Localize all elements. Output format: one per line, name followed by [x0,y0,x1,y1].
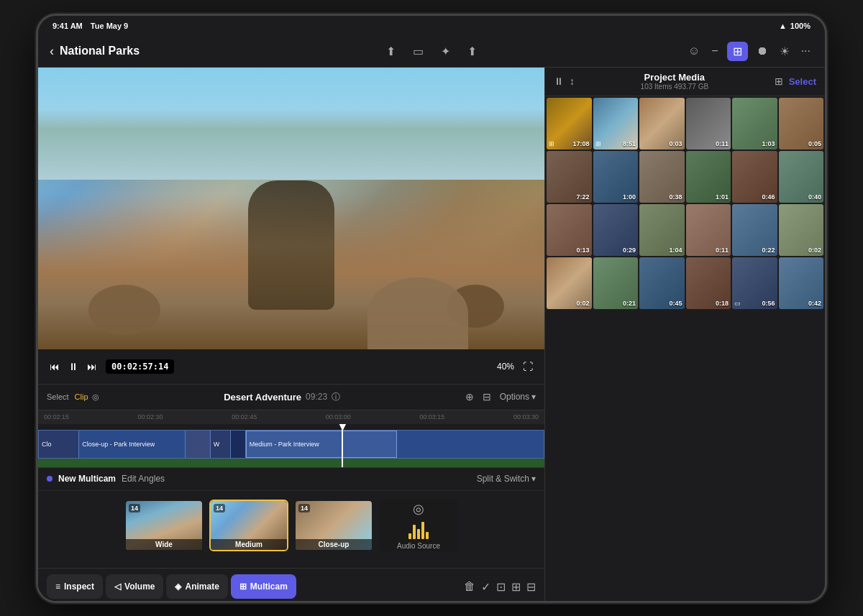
emoji-icon[interactable]: ☺ [685,42,703,60]
volume-button[interactable]: ◁ Volume [106,574,163,599]
grid-item-16[interactable]: 0:22 [732,204,777,256]
audio-track [38,459,544,467]
multicam-icon: ⊞ [239,581,247,592]
record-icon[interactable]: ⏺ [754,42,771,60]
more-icon[interactable]: ··· [798,42,813,60]
cam-thumb-closeup[interactable]: 14 Close-up [294,500,373,551]
main-video-track[interactable]: Clo Close-up - Park Interview W [38,430,544,459]
grid-item-icon-1: ⊞ [595,140,601,147]
info-button[interactable]: ⓘ [332,391,340,403]
volume-icon: ◁ [114,581,121,592]
cam-thumb-wide[interactable]: 14 Wide [124,500,204,551]
grid-item-7[interactable]: 1:00 [593,151,639,203]
play-pause-button[interactable]: ⏸ [68,361,78,372]
audio-source-thumb[interactable]: ◎ Audio Source [379,500,458,551]
boulder-left [88,285,160,335]
camera-icon[interactable]: ▭ [410,42,426,61]
grid-item-9[interactable]: 1:01 [686,151,731,203]
grid-item-duration-10: 0:46 [762,193,775,201]
media-header-left: ⏸ ↕ [554,75,575,87]
animate-icon: ◈ [175,581,181,592]
grid-item-8[interactable]: 0:38 [639,151,685,203]
clip-label-5: Medium - Park Interview [250,441,319,448]
edit-angles-button[interactable]: Edit Angles [122,474,165,484]
grid-item-1[interactable]: ⊞ 8:51 [593,98,639,150]
paste-button[interactable]: ⊟ [526,580,536,594]
minus-icon[interactable]: − [708,42,721,60]
timeline-header: Select Clip ◎ Desert Adventure 09:23 ⓘ ⊕… [38,384,544,410]
audio-bars [408,520,429,539]
back-button[interactable]: ‹ [50,44,54,59]
grid-view-icon[interactable]: ⊞ [775,75,783,87]
cam-closeup-label: Close-up [296,539,372,550]
ruler-mark-5: 00:03:30 [513,413,539,420]
multicam-dot-icon [47,476,52,482]
media-select-button[interactable]: Select [789,76,816,87]
grid-item-21[interactable]: 0:18 [686,257,731,309]
grid-item-17[interactable]: 0:02 [779,204,824,256]
rewind-button[interactable]: ⏮ [50,361,60,372]
grid-item-14[interactable]: 1:04 [639,204,685,256]
multicam-edit-icon[interactable]: ⊕ [465,391,474,403]
grid-item-12[interactable]: 0:13 [547,204,592,256]
grid-item-3[interactable]: 0:11 [686,98,731,150]
copy-button[interactable]: ⊞ [511,580,521,594]
timeline-tracks[interactable]: Clo Close-up - Park Interview W [38,424,544,467]
grid-item-23[interactable]: 0:42 [779,257,824,309]
video-preview [38,68,544,349]
timeline-section: Select Clip ◎ Desert Adventure 09:23 ⓘ ⊕… [38,384,544,467]
options-button[interactable]: Options ▾ [500,392,536,402]
brightness-icon[interactable]: ☀ [777,42,793,61]
grid-item-11[interactable]: 0:40 [779,151,824,203]
grid-item-6[interactable]: 7:22 [547,151,592,203]
track-clip-1[interactable]: Close-up - Park Interview [79,431,185,458]
fast-forward-button[interactable]: ⏭ [87,361,97,372]
grid-item-duration-0: 17:08 [572,140,589,147]
grid-item-20[interactable]: 0:45 [639,257,685,309]
grid-item-0[interactable]: ⊞ 17:08 [547,98,592,150]
fullscreen-button[interactable]: ⛶ [523,361,533,372]
media-pause-icon[interactable]: ⏸ [554,75,564,87]
split-switch-button[interactable]: Split & Switch ▾ [477,474,536,484]
grid-item-4[interactable]: 1:03 [732,98,777,150]
check-button[interactable]: ✓ [481,580,490,594]
status-right: ▲ 100% [779,22,811,30]
track-clip-4[interactable] [231,431,246,458]
grid-item-5[interactable]: 0:05 [779,98,824,150]
share-icon[interactable]: ⬆ [383,42,398,61]
photo-library-icon[interactable]: ⊞ [727,42,748,61]
split-button[interactable]: ⊡ [496,580,506,594]
track-clip-3[interactable]: W [211,431,231,458]
multicam-button[interactable]: ⊞ Multicam [231,574,296,599]
track-clip-2[interactable] [186,431,211,458]
new-multicam-label[interactable]: New Multicam [58,474,116,484]
delete-button[interactable]: 🗑 [464,580,475,593]
magic-wand-icon[interactable]: ✦ [438,42,453,61]
export-icon[interactable]: ⬆ [465,42,480,61]
timeline-title-area: Desert Adventure 09:23 ⓘ [224,391,340,403]
grid-item-2[interactable]: 0:03 [639,98,685,150]
grid-item-19[interactable]: 0:21 [593,257,639,309]
timeline-project-title: Desert Adventure [224,392,301,403]
animate-button[interactable]: ◈ Animate [166,574,227,599]
inspect-button[interactable]: ≡ Inspect [47,574,103,599]
grid-item-22[interactable]: ▭ 0:56 [732,257,777,309]
audio-source-icon: ◎ [413,501,424,517]
grid-item-18[interactable]: 0:02 [547,257,592,309]
video-controls-bar: ⏮ ⏸ ⏭ 00:02:57:14 40% ⛶ [38,349,544,384]
cam-thumb-medium[interactable]: 14 Medium [209,500,288,551]
media-sort-icon[interactable]: ↕ [570,75,575,87]
ruler-marks: 00:02:15 00:02:30 00:02:45 00:03:00 00:0… [44,413,539,420]
grid-item-duration-17: 0:02 [808,247,821,254]
grid-item-15[interactable]: 0:11 [686,204,731,256]
grid-item-13[interactable]: 0:29 [593,204,639,256]
clip-label-3: W [214,441,220,448]
track-clip-0[interactable]: Clo [39,431,79,458]
track-clip-5[interactable]: Medium - Park Interview [246,431,398,458]
toolbar-center: ⬆ ▭ ✦ ⬆ [306,42,557,61]
overlay-icon[interactable]: ⊟ [483,391,491,403]
grid-item-duration-12: 0:13 [576,247,589,254]
audio-bar-2 [413,525,416,539]
grid-item-10[interactable]: 0:46 [732,151,777,203]
grid-item-duration-14: 1:04 [669,247,682,254]
